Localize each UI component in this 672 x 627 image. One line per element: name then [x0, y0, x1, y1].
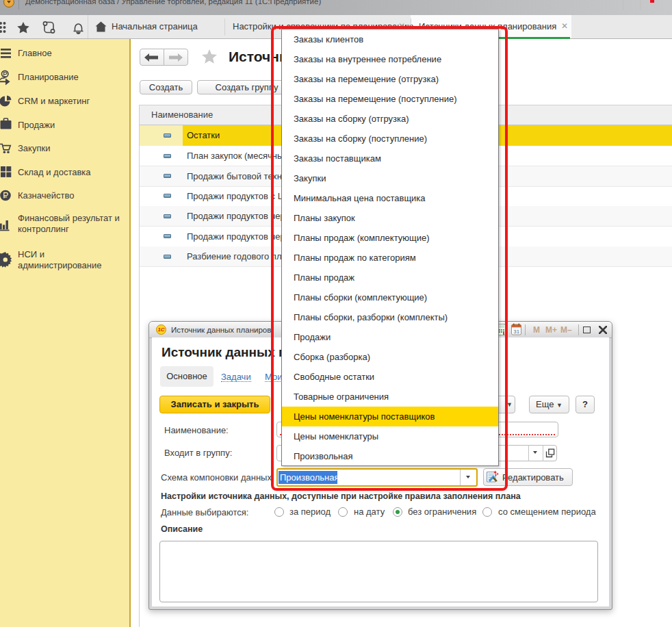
svg-text:31: 31 — [513, 329, 519, 335]
